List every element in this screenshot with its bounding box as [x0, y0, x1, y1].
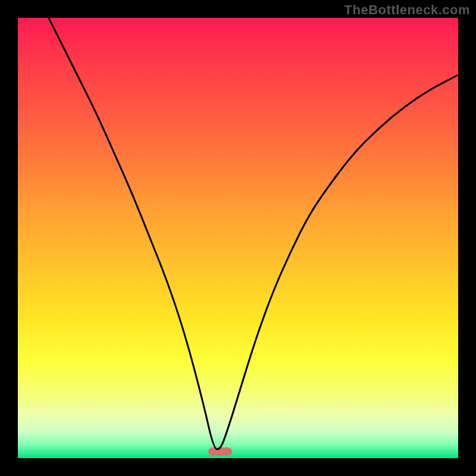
chart-frame: TheBottleneck.com [0, 0, 476, 476]
plot-area [18, 18, 458, 458]
curve-path [49, 18, 458, 449]
watermark-text: TheBottleneck.com [345, 2, 470, 18]
bottleneck-curve [18, 18, 458, 458]
